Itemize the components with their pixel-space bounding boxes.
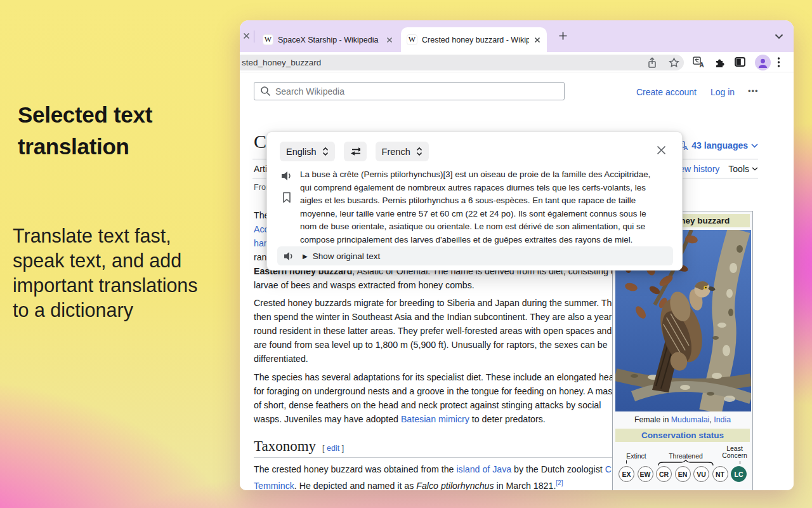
tab-title: Crested honey buzzard - Wikip bbox=[422, 36, 529, 44]
wikipedia-favicon: W bbox=[407, 34, 417, 45]
extinct-label: Extinct bbox=[619, 452, 653, 460]
log-in-link[interactable]: Log in bbox=[710, 87, 735, 97]
show-original-row[interactable]: ▶ Show original text bbox=[277, 246, 673, 265]
wikipedia-favicon: W bbox=[263, 34, 273, 45]
edit-link[interactable]: edit bbox=[327, 444, 339, 453]
save-to-dictionary-bookmark-icon[interactable] bbox=[282, 192, 291, 203]
tab-crested-honey-buzzard[interactable]: W Crested honey buzzard - Wikip bbox=[401, 27, 547, 52]
promo-heading: Selected texttranslation bbox=[18, 99, 152, 163]
browser-toolbar: sted_honey_buzzard A bbox=[240, 52, 794, 72]
extinct-tick bbox=[626, 460, 627, 464]
extensions-puzzle-icon[interactable] bbox=[714, 57, 725, 68]
browser-menu-icon[interactable] bbox=[777, 57, 780, 68]
expand-triangle-icon: ▶ bbox=[303, 253, 308, 260]
swap-languages-button[interactable] bbox=[344, 142, 367, 161]
languages-button[interactable]: A 43 languages bbox=[678, 140, 758, 150]
heading-divider bbox=[254, 457, 622, 458]
tab-title: SpaceX Starship - Wikipedia bbox=[278, 36, 381, 44]
tab-strip: W SpaceX Starship - Wikipedia W Crested … bbox=[240, 20, 794, 52]
url-text: sted_honey_buzzard bbox=[242, 55, 321, 70]
photo-caption: Female in Mudumalai, India bbox=[615, 415, 750, 424]
reference-2[interactable]: [2] bbox=[556, 479, 563, 486]
marketing-background: Selected texttranslation Translate text … bbox=[0, 0, 812, 508]
sort-chevrons-icon bbox=[322, 147, 329, 156]
mudumalai-link[interactable]: Mudumalai bbox=[671, 415, 710, 424]
speak-original-icon[interactable] bbox=[284, 251, 294, 261]
india-link[interactable]: India bbox=[714, 415, 731, 424]
target-language-select[interactable]: French bbox=[376, 142, 429, 161]
source-language-select[interactable]: English bbox=[280, 142, 335, 161]
popup-header: English French bbox=[280, 142, 429, 161]
tab-search-chevron-icon[interactable] bbox=[775, 34, 783, 39]
share-icon[interactable] bbox=[647, 57, 657, 69]
bookmark-star-icon[interactable] bbox=[669, 57, 679, 68]
least-concern-tick bbox=[740, 461, 740, 464]
user-menu-icon[interactable]: ••• bbox=[748, 86, 759, 96]
close-icon[interactable] bbox=[242, 32, 251, 40]
status-lc: LC bbox=[731, 466, 747, 482]
status-en: EN bbox=[675, 466, 691, 482]
sort-chevrons-icon bbox=[416, 147, 422, 156]
svg-text:A: A bbox=[684, 144, 688, 150]
close-icon[interactable] bbox=[534, 36, 541, 44]
migration-paragraph: Crested honey buzzards migrate for breed… bbox=[254, 296, 622, 366]
status-vu: VU bbox=[693, 466, 709, 482]
close-popup-icon[interactable] bbox=[656, 145, 667, 156]
conservation-scale: Extinct Threatened LeastConcern EX EW CR… bbox=[615, 444, 750, 486]
show-original-label: Show original text bbox=[313, 251, 381, 261]
status-circles: EX EW CR EN VU NT LC bbox=[615, 466, 750, 482]
status-nt: NT bbox=[712, 466, 728, 482]
speak-translation-icon[interactable] bbox=[281, 171, 293, 181]
chevron-down-icon bbox=[752, 167, 758, 171]
threatened-brace bbox=[657, 460, 714, 466]
create-account-link[interactable]: Create account bbox=[636, 87, 697, 97]
new-tab-icon[interactable] bbox=[558, 31, 568, 41]
svg-text:A: A bbox=[700, 62, 704, 68]
wikipedia-search-input[interactable]: Search Wikipedia bbox=[254, 82, 565, 100]
url-bar[interactable]: sted_honey_buzzard bbox=[240, 55, 684, 70]
search-icon bbox=[260, 86, 271, 97]
status-cr: CR bbox=[656, 466, 672, 482]
tab-spacex[interactable]: W SpaceX Starship - Wikipedia bbox=[259, 27, 397, 52]
side-panel-icon[interactable] bbox=[735, 57, 745, 67]
languages-label: 43 languages bbox=[691, 140, 748, 150]
profile-avatar[interactable] bbox=[755, 55, 771, 70]
taxonomy-heading: Taxonomy[ edit ] bbox=[254, 438, 344, 455]
translate-icon[interactable]: A bbox=[693, 57, 705, 68]
taxonomy-paragraph: The crested honey buzzard was obtained f… bbox=[254, 462, 622, 490]
promo-body: Translate text fast,speak text, and addi… bbox=[13, 224, 198, 323]
tools-menu[interactable]: Tools bbox=[728, 164, 758, 174]
conservation-status-header[interactable]: Conservation status bbox=[615, 429, 750, 442]
chevron-down-icon bbox=[751, 144, 758, 148]
threatened-label: Threatened bbox=[660, 452, 712, 460]
status-ex: EX bbox=[619, 466, 634, 482]
status-ew: EW bbox=[638, 466, 653, 482]
batesian-mimicry-link[interactable]: Batesian mimicry bbox=[401, 414, 469, 424]
adaptations-paragraph: The species has several adaptations for … bbox=[254, 370, 622, 426]
tab-divider bbox=[254, 30, 254, 43]
translation-popup: English French bbox=[266, 131, 683, 271]
island-of-java-link[interactable]: island of Java bbox=[456, 464, 511, 474]
translated-text: La buse à crête (Pernis ptilorhynchus)[3… bbox=[300, 168, 650, 247]
close-icon[interactable] bbox=[386, 36, 393, 44]
least-concern-label: LeastConcern bbox=[718, 445, 751, 459]
search-placeholder: Search Wikipedia bbox=[275, 86, 344, 97]
swap-arrows-icon bbox=[350, 147, 360, 156]
